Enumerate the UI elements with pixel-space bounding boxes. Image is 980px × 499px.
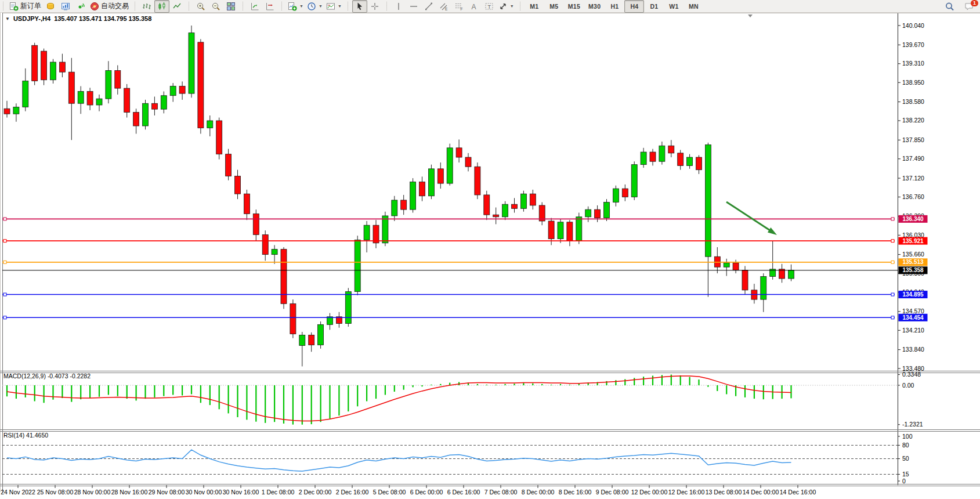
timeframe-button-d1[interactable]: D1	[644, 0, 664, 13]
hline-right-handle[interactable]	[891, 261, 894, 263]
chart-title[interactable]: ▼ USDJPY-,H4 135.407 135.471 134.795 135…	[5, 15, 151, 22]
channel-button[interactable]: E	[436, 0, 451, 13]
timeframe-button-m5[interactable]: M5	[544, 0, 564, 13]
candle-body	[96, 99, 102, 105]
zoom-in-button[interactable]	[193, 0, 208, 13]
rsi-name: RSI(14)	[3, 432, 24, 439]
candle-body	[189, 33, 194, 94]
text-button[interactable]: A	[467, 0, 482, 13]
arrows-button[interactable]: ▼	[497, 0, 516, 13]
timeframe-button-m15[interactable]: M15	[564, 0, 584, 13]
hline-right-handle[interactable]	[891, 316, 894, 319]
toolbar-grip	[243, 2, 245, 10]
timeframe-group: M1M5M15M30H1H4D1W1MN	[517, 0, 705, 13]
candle-body	[170, 86, 176, 96]
candle-body	[272, 250, 277, 255]
auto-scroll-button[interactable]	[247, 0, 262, 13]
line-chart-button[interactable]	[169, 0, 185, 13]
vertical-line-button[interactable]	[391, 0, 406, 13]
timeframe-button-m30[interactable]: M30	[584, 0, 605, 13]
quotes-button[interactable]	[43, 0, 58, 13]
search-icon	[945, 2, 954, 12]
price-line-label: 135.358	[902, 267, 924, 273]
time-axis-label: 30 Nov 16:00	[223, 489, 259, 496]
connection-button[interactable]	[73, 0, 88, 13]
trendline-button[interactable]	[421, 0, 436, 13]
time-axis-label: 8 Dec 16:00	[559, 489, 592, 496]
channel-icon: E	[439, 2, 449, 11]
hline-left-handle[interactable]	[3, 316, 6, 319]
candle-body	[520, 194, 526, 208]
rsi-scale-label: 50	[902, 455, 909, 462]
new-order-label: 新订单	[20, 1, 41, 11]
time-axis-label: 12 Dec 16:00	[668, 489, 705, 496]
hline-left-handle[interactable]	[3, 261, 6, 263]
chart-canvas: 140.040139.670139.310138.950138.580138.2…	[0, 0, 980, 499]
timeframe-button-w1[interactable]: W1	[664, 0, 684, 13]
candle-body	[23, 81, 28, 107]
chart-shift-icon	[265, 2, 274, 11]
hline-left-handle[interactable]	[3, 293, 6, 296]
zoom-out-icon	[211, 2, 220, 11]
chart-shift-marker[interactable]	[748, 15, 753, 17]
clock-icon	[307, 2, 316, 11]
time-axis-label: 8 Dec 00:00	[522, 489, 555, 496]
rsi-scale-label: 15	[902, 471, 909, 478]
chart-type-group	[132, 0, 186, 13]
periods-button[interactable]: ▼	[305, 0, 324, 13]
candle-body	[456, 148, 462, 157]
hline-left-handle[interactable]	[3, 240, 6, 243]
price-axis-label: 133.840	[902, 346, 924, 353]
notifications-button[interactable]: 1	[961, 1, 977, 12]
ohlc-values: 135.407 135.471 134.795 135.358	[54, 15, 151, 22]
hline-right-handle[interactable]	[891, 240, 894, 243]
macd-name: MACD(12,26,9)	[3, 373, 46, 379]
hline-right-handle[interactable]	[891, 293, 894, 296]
cursor-button[interactable]	[352, 0, 367, 13]
price-line-label: 134.454	[902, 314, 924, 321]
candle-body	[13, 107, 19, 114]
autotrade-button[interactable]: 自动交易	[88, 0, 131, 13]
tile-windows-button[interactable]	[223, 0, 238, 13]
candle-body	[595, 209, 601, 218]
candle-body	[290, 303, 296, 334]
annotation-arrow-head[interactable]	[768, 227, 777, 235]
timeframe-button-h1[interactable]: H1	[605, 0, 624, 13]
candle-body	[585, 209, 591, 217]
search-button[interactable]	[942, 0, 957, 13]
label-button[interactable]: T	[482, 0, 497, 13]
hline-left-handle[interactable]	[3, 218, 6, 220]
price-line-label: 136.340	[902, 216, 924, 222]
candlestick-button[interactable]	[154, 0, 169, 13]
indicators-icon	[288, 2, 297, 11]
price-line-label: 134.895	[902, 291, 924, 298]
horizontal-line-button[interactable]	[406, 0, 421, 13]
chevron-down-icon: ▼	[319, 4, 323, 8]
hline-right-handle[interactable]	[891, 218, 894, 220]
charts-button[interactable]	[58, 0, 73, 13]
new-order-button[interactable]: 新订单	[8, 0, 43, 13]
label-letter: T	[487, 3, 491, 9]
timeframe-button-m1[interactable]: M1	[525, 0, 544, 13]
candle-body	[622, 189, 628, 197]
indicators-button[interactable]: ▼	[286, 0, 305, 13]
timeframe-button-mn[interactable]: MN	[684, 0, 703, 13]
time-axis-label: 12 Dec 00:00	[631, 489, 668, 496]
autotrade-label: 自动交易	[101, 1, 129, 11]
templates-button[interactable]: ▼	[324, 0, 343, 13]
candle-body	[428, 169, 434, 196]
time-axis-label: 6 Dec 16:00	[447, 489, 480, 496]
time-axis-label: 24 Nov 2022	[1, 489, 35, 496]
crosshair-button[interactable]	[367, 0, 382, 13]
text-letter: A	[471, 2, 476, 10]
annotation-arrow-shaft[interactable]	[726, 202, 770, 230]
candlestick-icon	[157, 2, 167, 11]
chart-shift-button[interactable]	[262, 0, 277, 13]
cursor-arrow-icon	[355, 2, 364, 11]
chart-dropdown-icon[interactable]: ▼	[5, 16, 10, 21]
timeframe-button-h4[interactable]: H4	[624, 0, 644, 13]
toolbar-grip	[3, 2, 6, 10]
bar-chart-button[interactable]	[139, 0, 154, 13]
fibonacci-button[interactable]: F	[451, 0, 467, 13]
zoom-out-button[interactable]	[208, 0, 223, 13]
